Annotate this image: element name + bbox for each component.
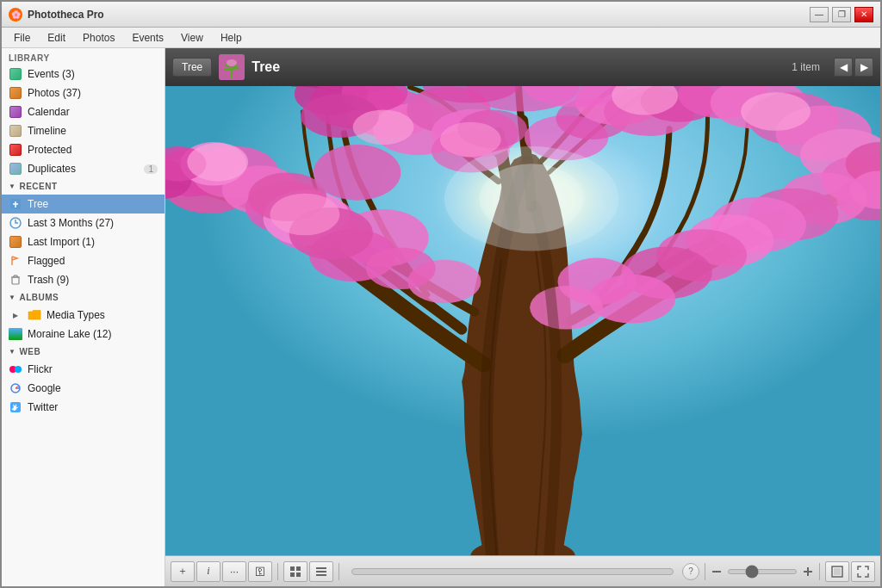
progress-bar — [351, 568, 674, 575]
albums-section-toggle[interactable]: ▼ ALBUMS — [2, 289, 165, 306]
last3months-icon — [9, 216, 22, 230]
toolbar-separator-1 — [277, 563, 278, 580]
zoom-slider[interactable] — [728, 569, 797, 574]
flickr-icon — [9, 362, 22, 376]
timeline-label: Timeline — [28, 125, 158, 137]
flickr-label: Flickr — [28, 363, 158, 375]
moraine-thumbnail-icon — [9, 327, 22, 341]
info-button[interactable]: i — [196, 561, 220, 582]
key-button[interactable]: ⚿ — [248, 561, 272, 582]
sidebar-item-duplicates[interactable]: Duplicates 1 — [2, 159, 165, 178]
library-section-header: LIBRARY — [2, 48, 165, 65]
list-view-button[interactable] — [309, 561, 333, 582]
close-button[interactable]: ✕ — [854, 7, 873, 22]
svg-rect-80 — [290, 566, 295, 571]
sidebar-item-flickr[interactable]: Flickr — [2, 360, 165, 379]
calendar-label: Calendar — [28, 106, 158, 118]
duplicates-icon — [9, 162, 22, 176]
more-button[interactable]: ··· — [222, 561, 246, 582]
sidebar-item-mediatypes[interactable]: ▶ Media Types — [2, 306, 165, 325]
help-button[interactable]: ? — [682, 563, 699, 580]
photo-display-area — [165, 86, 880, 555]
web-section-header: WEB — [19, 347, 40, 356]
grid-view-button[interactable] — [283, 561, 307, 582]
zoom-out-icon — [711, 566, 723, 578]
albums-triangle: ▼ — [9, 294, 16, 301]
restore-button[interactable]: ❐ — [832, 7, 851, 22]
menu-edit[interactable]: Edit — [39, 30, 74, 46]
minimize-button[interactable]: — — [810, 7, 829, 22]
sidebar-item-protected[interactable]: Protected — [2, 140, 165, 159]
app-icon: 🌸 — [9, 8, 22, 22]
recent-triangle: ▼ — [9, 183, 16, 190]
lastimport-icon — [9, 235, 22, 249]
back-button[interactable]: Tree — [172, 58, 212, 77]
content-header: Tree Tree 1 item ◀ ▶ — [165, 48, 880, 86]
svg-point-66 — [366, 247, 436, 289]
expand-arrow-icon: ▶ — [9, 308, 22, 322]
next-button[interactable]: ▶ — [854, 58, 873, 77]
sidebar-item-lastimport[interactable]: Last Import (1) — [2, 232, 165, 251]
svg-rect-4 — [12, 277, 19, 284]
duplicates-label: Duplicates — [28, 163, 139, 175]
photos-label: Photos (37) — [28, 87, 158, 99]
toolbar-right — [816, 561, 875, 582]
prev-button[interactable]: ◀ — [834, 58, 853, 77]
svg-rect-83 — [296, 573, 301, 577]
svg-point-14 — [227, 59, 237, 66]
recent-section-header: RECENT — [19, 182, 57, 191]
recent-section-toggle[interactable]: ▼ RECENT — [2, 178, 165, 195]
trash-label: Trash (9) — [28, 274, 158, 286]
tree-icon — [9, 197, 22, 211]
web-section-toggle[interactable]: ▼ WEB — [2, 344, 165, 360]
svg-rect-82 — [290, 573, 295, 577]
svg-point-76 — [353, 110, 414, 145]
sidebar-item-events[interactable]: Events (3) — [2, 65, 165, 84]
svg-point-77 — [270, 194, 339, 236]
toolbar-separator-3 — [705, 563, 705, 580]
menu-help[interactable]: Help — [212, 30, 251, 46]
last3months-label: Last 3 Months (27) — [28, 217, 158, 229]
svg-point-68 — [530, 286, 603, 330]
svg-rect-89 — [807, 567, 809, 576]
add-button[interactable]: ＋ — [171, 561, 195, 582]
events-icon — [9, 67, 22, 81]
fit-window-button[interactable] — [825, 561, 849, 582]
header-count: 1 item — [792, 61, 820, 73]
menu-file[interactable]: File — [5, 30, 39, 46]
sidebar-item-photos[interactable]: Photos (37) — [2, 84, 165, 102]
flagged-icon — [9, 254, 22, 268]
svg-point-74 — [741, 92, 811, 131]
header-thumbnail — [219, 54, 245, 80]
app-window: 🌸 Phototheca Pro — ❐ ✕ File Edit Photos … — [0, 0, 882, 588]
window-title: Phototheca Pro — [28, 9, 104, 21]
menu-events[interactable]: Events — [123, 30, 172, 46]
svg-rect-85 — [316, 571, 326, 573]
tree-photo-svg — [165, 86, 880, 555]
toolbar-separator-2 — [339, 563, 339, 580]
events-label: Events (3) — [28, 68, 158, 80]
sidebar-item-morainelake[interactable]: Moraine Lake (12) — [2, 325, 165, 344]
sidebar-item-calendar[interactable]: Calendar — [2, 102, 165, 121]
svg-point-61 — [314, 145, 401, 201]
window-controls: — ❐ ✕ — [810, 7, 873, 22]
sidebar-item-last3months[interactable]: Last 3 Months (27) — [2, 214, 165, 232]
albums-section-header: ALBUMS — [19, 293, 59, 302]
title-bar: 🌸 Phototheca Pro — ❐ ✕ — [2, 2, 880, 28]
fullscreen-button[interactable] — [851, 561, 875, 582]
sidebar-item-flagged[interactable]: Flagged — [2, 251, 165, 270]
svg-point-79 — [479, 164, 583, 233]
main-content: LIBRARY Events (3) Photos (37) Calendar — [2, 48, 880, 586]
tree-label: Tree — [28, 198, 158, 210]
menu-photos[interactable]: Photos — [74, 30, 123, 46]
sidebar-item-twitter[interactable]: Twitter — [2, 398, 165, 417]
sidebar-item-trash[interactable]: Trash (9) — [2, 270, 165, 289]
svg-point-72 — [187, 143, 248, 182]
sidebar-item-google[interactable]: Google — [2, 379, 165, 398]
trash-icon — [9, 273, 22, 287]
svg-rect-86 — [316, 574, 326, 576]
timeline-icon — [9, 124, 22, 138]
menu-view[interactable]: View — [172, 30, 212, 46]
sidebar-item-timeline[interactable]: Timeline — [2, 121, 165, 140]
sidebar-item-tree[interactable]: Tree — [2, 195, 165, 214]
